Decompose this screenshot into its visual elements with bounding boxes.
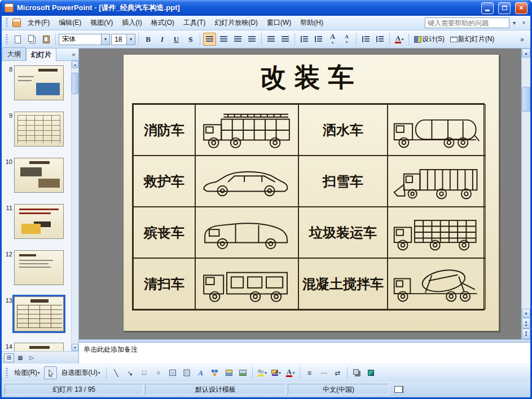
underline-button[interactable]: U — [170, 33, 183, 46]
table-cell-image[interactable] — [195, 258, 298, 309]
menu-window[interactable]: 窗口(W) — [262, 16, 296, 30]
font-name-combo[interactable]: 宋体 ▾ — [59, 34, 110, 45]
scroll-down-icon[interactable]: ▼ — [522, 309, 530, 318]
new-slide-button[interactable]: 新幻灯片(N) — [448, 33, 496, 46]
table-cell-label[interactable]: 消防车 — [133, 104, 195, 156]
menu-view[interactable]: 视图(V) — [86, 16, 117, 30]
restore-button[interactable] — [498, 2, 511, 14]
font-name-dropdown-icon[interactable]: ▾ — [101, 34, 109, 45]
table-cell-label[interactable]: 清扫车 — [133, 258, 195, 309]
scroll-down-icon[interactable]: ▼ — [72, 344, 78, 351]
paste-button[interactable] — [39, 33, 52, 46]
help-search-input[interactable] — [425, 17, 509, 28]
line-style-button[interactable]: ≡ — [303, 366, 316, 379]
select-objects-button[interactable] — [44, 366, 57, 379]
table-cell-image[interactable] — [388, 258, 486, 309]
italic-button[interactable]: I — [156, 33, 169, 46]
help-dropdown-icon[interactable]: ▾ — [509, 17, 519, 28]
design-button[interactable]: 设计(S) — [412, 33, 447, 46]
panel-scrollbar[interactable]: ▲ ▼ — [71, 61, 78, 351]
decrease-indent-button[interactable] — [359, 33, 372, 46]
slide-thumbnail-11[interactable]: 11 — [3, 204, 78, 239]
arrow-button[interactable]: ↘ — [124, 366, 137, 379]
toolbar-grip[interactable] — [6, 34, 8, 44]
menu-insert[interactable]: 插入(I) — [117, 16, 146, 30]
font-color-dropdown-icon[interactable]: ▾ — [293, 371, 295, 375]
status-language[interactable]: 中文(中国) — [288, 384, 389, 395]
diagram-button[interactable] — [208, 366, 221, 379]
tab-slides[interactable]: 幻灯片 — [26, 48, 56, 61]
insert-picture-button[interactable] — [236, 366, 249, 379]
slide-sorter-view-button[interactable]: ▦ — [15, 353, 25, 362]
decrease-font-button[interactable]: A▼ — [340, 33, 353, 46]
font-size-combo[interactable]: 18 ▾ — [111, 34, 135, 45]
copy-button[interactable] — [25, 33, 38, 46]
main-scroll-thumb[interactable] — [522, 87, 530, 112]
menu-slideshow[interactable]: 幻灯片放映(D) — [210, 16, 262, 30]
oval-button[interactable]: ○ — [152, 366, 165, 379]
close-panel-button[interactable]: × — [69, 50, 78, 59]
previous-slide-button[interactable]: ▲▲ — [522, 318, 530, 329]
slide-thumbnail-14[interactable]: 14 — [3, 343, 78, 351]
slide-thumbnail-9[interactable]: 9 — [3, 112, 78, 147]
table-cell-label[interactable]: 扫雪车 — [298, 156, 388, 207]
draw-menu-button[interactable]: 绘图(R) ▾ — [11, 366, 43, 379]
shadow-style-button[interactable] — [350, 366, 363, 379]
menu-file[interactable]: 文件(F) — [23, 16, 54, 30]
table-cell-image[interactable] — [195, 207, 298, 258]
slideshow-view-button[interactable]: ▷ — [27, 353, 37, 362]
toolbar-options-button[interactable]: » — [516, 33, 529, 46]
distribute-button[interactable] — [245, 33, 258, 46]
tab-outline[interactable]: 大纲 — [2, 47, 26, 60]
font-color-button-draw[interactable]: A ▾ — [284, 366, 297, 379]
bold-button[interactable]: B — [142, 33, 155, 46]
main-scrollbar[interactable]: ▲ ▼ ▲▲ ▼▼ — [521, 48, 530, 339]
table-cell-label[interactable]: 救护车 — [133, 156, 195, 207]
minimize-button[interactable] — [481, 2, 494, 14]
scroll-up-icon[interactable]: ▲ — [72, 61, 78, 68]
table-cell-image[interactable] — [388, 104, 486, 156]
proofing-book-icon[interactable] — [394, 386, 403, 393]
panel-scroll-thumb[interactable] — [72, 73, 78, 94]
line-spacing-button[interactable] — [265, 33, 278, 46]
line-color-dropdown-icon[interactable]: ▾ — [279, 371, 281, 375]
text-shadow-button[interactable]: S — [184, 33, 197, 46]
slide-canvas[interactable]: 改装车 消防车 — [123, 54, 499, 331]
arrow-style-button[interactable]: ⇄ — [331, 366, 344, 379]
menu-tools[interactable]: 工具(T) — [179, 16, 210, 30]
bulleted-list-button[interactable] — [312, 33, 325, 46]
vertical-textbox-button[interactable] — [180, 366, 193, 379]
rectangle-button[interactable]: □ — [138, 366, 151, 379]
paragraph-spacing-button[interactable] — [279, 33, 292, 46]
close-button[interactable]: × — [515, 2, 527, 14]
line-color-button[interactable]: ▾ — [270, 366, 283, 379]
drawbar-grip[interactable] — [6, 368, 8, 378]
slide-title[interactable]: 改装车 — [124, 60, 499, 95]
align-right-button[interactable] — [231, 33, 244, 46]
document-icon[interactable] — [12, 19, 21, 27]
table-cell-image[interactable] — [195, 156, 298, 207]
fill-color-button[interactable]: ▾ — [256, 366, 269, 379]
align-center-button[interactable] — [217, 33, 230, 46]
fill-color-dropdown-icon[interactable]: ▾ — [265, 371, 267, 375]
next-slide-button[interactable]: ▼▼ — [522, 329, 530, 339]
new-document-button[interactable] — [11, 33, 24, 46]
line-button[interactable]: ╲ — [109, 366, 122, 379]
slide-thumbnail-13-selected[interactable]: 13 — [3, 296, 78, 331]
table-cell-label[interactable]: 混凝土搅拌车 — [298, 258, 388, 309]
slide-thumbnail-8[interactable]: 8 — [3, 65, 78, 100]
font-color-button[interactable]: A ▾ — [393, 33, 406, 46]
menubar-grip[interactable] — [6, 18, 8, 28]
numbered-list-button[interactable] — [298, 33, 311, 46]
table-cell-label[interactable]: 殡丧车 — [133, 207, 195, 258]
align-left-button[interactable] — [203, 33, 216, 46]
increase-font-button[interactable]: A▲ — [326, 33, 339, 46]
table-cell-image[interactable] — [388, 156, 486, 207]
table-cell-label[interactable]: 洒水车 — [298, 104, 388, 156]
vehicle-table[interactable]: 消防车 洒水车 — [132, 103, 485, 311]
table-cell-label[interactable]: 垃圾装运车 — [298, 207, 388, 258]
clipart-button[interactable] — [222, 366, 235, 379]
notes-pane[interactable]: 单击此处添加备注 — [79, 342, 530, 363]
font-color-dropdown-icon[interactable]: ▾ — [402, 37, 404, 42]
3d-style-button[interactable] — [364, 366, 377, 379]
